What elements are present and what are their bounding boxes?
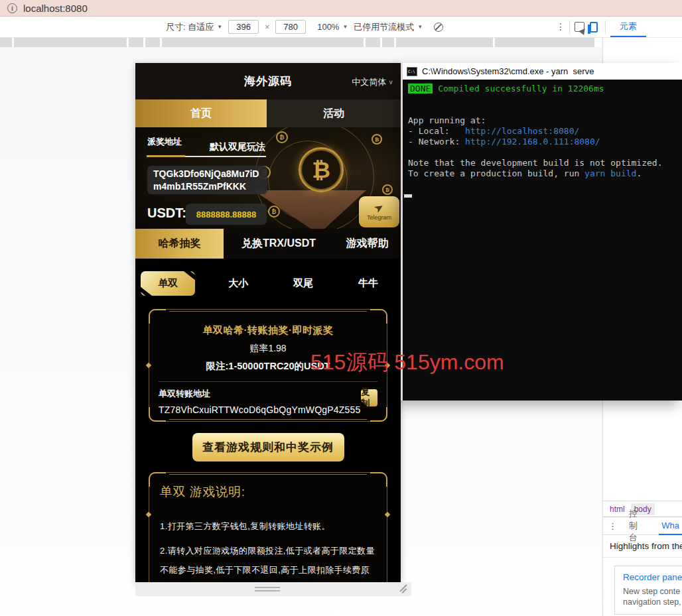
tab-game-help[interactable]: 游戏帮助 [334,229,401,259]
game-guide-card: 单双 游戏说明: 1.打开第三方数字钱包,复制转账地址转账。 2.请转入对应游戏… [149,472,387,582]
nav-tab-activity[interactable]: 活动 [267,99,401,127]
cmd-output: DONE Compiled successfully in 12206ms Ap… [403,80,682,198]
paper-plane-icon: ➤ [372,201,385,214]
guide-rule-1: 1.打开第三方数字钱包,复制转账地址转账。 [160,517,376,536]
viewport-drag-handle[interactable] [255,587,280,591]
language-selector[interactable]: 中文简体 ˅ [352,76,393,88]
whats-new-card: Recorder pane New step conte navigation … [614,566,682,615]
default-mode-label[interactable]: 默认双尾玩法 [210,141,265,153]
device-toggle-icon[interactable] [590,22,598,32]
media-query-bar[interactable] [0,38,602,47]
game-tabs: 哈希抽奖 兑换TRX/USDT 游戏帮助 [135,229,401,259]
copy-button[interactable]: 复制 [361,389,377,406]
tab-console[interactable]: 控制台 [629,508,646,544]
watermark-text: 515源码 515ym.com [310,348,504,377]
screen: i localhost:8080 尺寸: 自适应 ▼ × 100% ▼ 已停用节… [0,0,682,616]
hero-banner: ₿ ₿ ₿ ₿ ₿ ₿ ➤ Telegram 派奖地址 默认双尾玩法 TQGk3… [135,127,401,229]
devtools-toolbar: 尺寸: 自适应 ▼ × 100% ▼ 已停用节流模式 ▼ ⋮ 元素 [0,17,682,38]
telegram-button[interactable]: ➤ Telegram [359,196,399,227]
tab-hash-lottery[interactable]: 哈希抽奖 [135,229,224,259]
inspect-element-icon[interactable] [575,22,584,32]
subtab-odd-even[interactable]: 单双 [141,271,195,296]
bitcoin-icon: ₿ [372,134,382,145]
subtab-niuniu[interactable]: 牛牛 [336,277,401,290]
transfer-address-label: 单双转账地址 [159,388,361,400]
tab-elements[interactable]: 元素 [610,17,646,37]
breadcrumb-html[interactable]: html [610,505,625,514]
payout-address-value: TQGk3Dfo6NjQa8Mu7iDm4mb1R55ZmPfKKK [147,166,267,194]
subtab-big-small[interactable]: 大小 [206,277,271,290]
done-badge: DONE [408,84,433,93]
nav-tab-home[interactable]: 首页 [135,99,267,127]
view-rules-button[interactable]: 查看游戏规则和中奖示例 [192,433,344,462]
browser-url-bar[interactable]: i localhost:8080 [0,0,682,17]
caret-down-icon: ▼ [417,24,423,30]
phone-page: 海外源码 中文简体 ˅ 首页 活动 ₿ ₿ ₿ ₿ ₿ ₿ [135,63,401,582]
caret-down-icon: ▼ [342,24,348,30]
tab-exchange[interactable]: 兑换TRX/USDT [224,229,334,259]
cmd-title: C:\Windows\System32\cmd.exe - yarn serve [422,66,594,76]
main-nav: 首页 活动 [135,99,401,127]
bitcoin-icon: ₿ [299,147,344,192]
url-text[interactable]: localhost:8080 [23,3,88,14]
tab-whats-new[interactable]: Wha [659,517,682,535]
device-toolbar-menu-icon[interactable]: ⋮ [556,21,565,32]
cmd-icon: C:\ [407,67,417,76]
bet-type-tabs: 单双 大小 双尾 牛牛 [135,259,401,304]
news-link[interactable]: Recorder pane [623,572,682,582]
network-url: http://192.168.0.111:8080/ [465,137,600,147]
subtab-double-tail[interactable]: 双尾 [271,277,336,290]
viewport-width-input[interactable] [228,20,259,34]
site-info-icon[interactable]: i [7,3,17,13]
cmd-titlebar[interactable]: C:\ C:\Windows\System32\cmd.exe - yarn s… [403,63,682,80]
phone-header: 海外源码 中文简体 ˅ [135,63,401,99]
guide-title: 单双 游戏说明: [160,483,376,501]
zoom-dropdown[interactable]: 100% ▼ [317,22,348,32]
page-title: 海外源码 [244,74,292,89]
cmd-cursor [404,194,412,198]
viewport-height-input[interactable] [275,20,306,34]
chevron-down-icon: ˅ [389,79,393,86]
console-drawer: ⋮ 控制台 Wha Highlights from the Recorder p… [603,517,682,616]
drawer-menu-icon[interactable]: ⋮ [608,521,617,531]
throttling-dropdown[interactable]: 已停用节流模式 ▼ [354,21,423,33]
transfer-address-value: TZ78VhCxuiRTTWcoD6qGbQgYmWQgP4Z555 [159,404,361,415]
viewport-corner-resize[interactable] [399,585,407,593]
guide-rule-2: 2.请转入对应游戏场的限额投注,低于或者高于限定数量不能参与抽奖,低于下限不退回… [160,541,376,582]
no-throttle-icon[interactable] [434,23,443,32]
usdt-label: USDT: [147,206,186,221]
bet-card-title: 单双哈希·转账抽奖·即时派奖 [149,310,387,337]
usdt-balance: 8888888.88888 [186,204,267,225]
local-url: http://localhost:8080/ [465,126,579,136]
times-separator: × [265,23,269,32]
viewport-resize-bar [135,582,411,596]
device-size-dropdown[interactable]: 尺寸: 自适应 ▼ [166,21,222,33]
payout-address-label: 派奖地址 [147,136,182,148]
caret-down-icon: ▼ [217,24,222,30]
bitcoin-icon: ₿ [382,184,393,195]
